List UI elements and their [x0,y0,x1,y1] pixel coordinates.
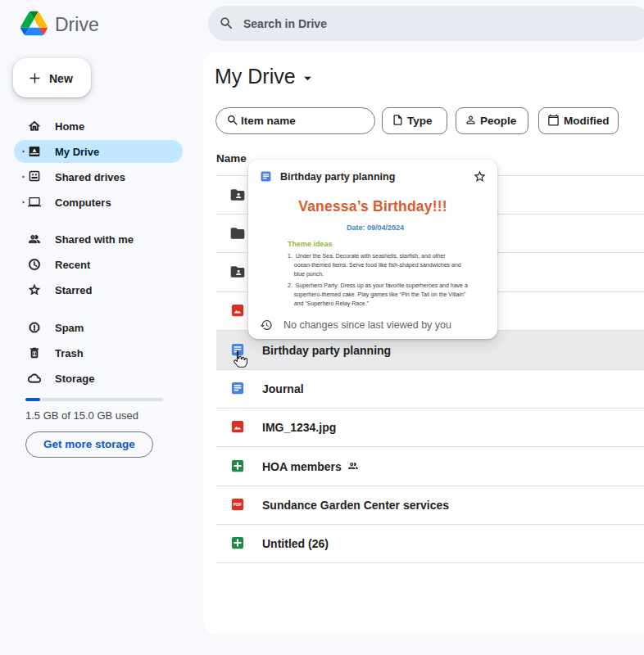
svg-text:PDF: PDF [234,502,243,507]
